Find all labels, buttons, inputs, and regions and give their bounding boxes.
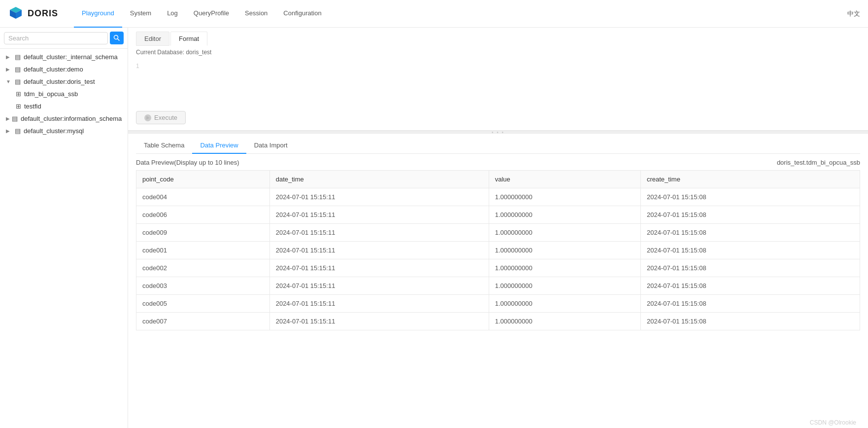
tree-item-label: tdm_bi_opcua_ssb [24, 90, 78, 98]
table-row: code0052024-07-01 15:15:111.000000000202… [136, 295, 860, 313]
table-row: code0012024-07-01 15:15:111.000000000202… [136, 242, 860, 259]
content-area: Editor Format Current Database: doris_te… [128, 28, 868, 428]
search-input[interactable] [4, 32, 108, 44]
tree-item-doris-test[interactable]: ▼ ▤ default_cluster:doris_test [0, 75, 128, 88]
database-icon: ▤ [15, 78, 21, 85]
doris-logo-icon [8, 6, 24, 22]
svg-line-4 [118, 39, 120, 41]
cell-point_code: code007 [136, 313, 270, 330]
execute-play-icon [144, 114, 151, 121]
nav-item-system[interactable]: System [122, 0, 159, 28]
table-row: code0092024-07-01 15:15:111.000000000202… [136, 224, 860, 242]
preview-header: Data Preview(Display up to 10 lines) dor… [136, 154, 860, 170]
col-value: value [489, 171, 640, 188]
tree-item-label: default_cluster:demo [24, 66, 83, 73]
table-header-row: point_code date_time value create_time [136, 171, 860, 188]
table-body: code0042024-07-01 15:15:111.000000000202… [136, 188, 860, 330]
cell-value: 1.000000000 [489, 206, 640, 224]
tab-table-schema[interactable]: Table Schema [136, 138, 192, 154]
section-tabs: Table Schema Data Preview Data Import [136, 134, 860, 154]
preview-title: Data Preview(Display up to 10 lines) [136, 159, 239, 166]
cell-value: 1.000000000 [489, 259, 640, 277]
editor-section: Editor Format Current Database: doris_te… [128, 28, 868, 131]
tree-item-internal-schema[interactable]: ▶ ▤ default_cluster:_internal_schema [0, 51, 128, 63]
tree-item-label: default_cluster:information_schema [21, 115, 122, 122]
cell-point_code: code009 [136, 224, 270, 242]
tree-item-label: testfid [24, 103, 41, 110]
tree-arrow-icon: ▶ [6, 67, 13, 72]
tree-item-label: default_cluster:mysql [24, 127, 84, 135]
cell-value: 1.000000000 [489, 224, 640, 242]
tab-format[interactable]: Format [170, 32, 207, 46]
cell-create_time: 2024-07-01 15:15:08 [640, 295, 860, 313]
editor-body[interactable]: 1 [136, 58, 860, 107]
tree-item-information-schema[interactable]: ▶ ▤ default_cluster:information_schema [0, 112, 128, 125]
tab-data-preview[interactable]: Data Preview [192, 138, 246, 154]
execute-button[interactable]: Execute [136, 111, 186, 124]
table-row: code0022024-07-01 15:15:111.000000000202… [136, 259, 860, 277]
sidebar-tree: ▶ ▤ default_cluster:_internal_schema ▶ ▤… [0, 49, 128, 428]
table-icon: ⊞ [16, 103, 21, 110]
table-row: code0062024-07-01 15:15:111.000000000202… [136, 206, 860, 224]
svg-marker-5 [146, 116, 150, 120]
cell-date_time: 2024-07-01 15:15:11 [269, 295, 489, 313]
sidebar: ▶ ▤ default_cluster:_internal_schema ▶ ▤… [0, 28, 128, 428]
tree-arrow-icon: ▶ [6, 128, 13, 134]
execute-label: Execute [154, 114, 177, 121]
cell-create_time: 2024-07-01 15:15:08 [640, 206, 860, 224]
logo-area: DORIS [8, 6, 58, 22]
sidebar-search-bar [0, 28, 128, 49]
cell-point_code: code001 [136, 242, 270, 259]
col-point-code: point_code [136, 171, 270, 188]
cell-create_time: 2024-07-01 15:15:08 [640, 313, 860, 330]
tree-item-label: default_cluster:doris_test [24, 78, 95, 85]
cell-date_time: 2024-07-01 15:15:11 [269, 313, 489, 330]
data-table: point_code date_time value create_time c… [136, 170, 860, 330]
cell-date_time: 2024-07-01 15:15:11 [269, 206, 489, 224]
cell-date_time: 2024-07-01 15:15:11 [269, 188, 489, 206]
table-icon: ⊞ [16, 90, 21, 98]
current-database-label: Current Database: doris_test [136, 46, 860, 58]
logo-text: DORIS [28, 8, 58, 19]
nav-item-queryprofile[interactable]: QueryProfile [186, 0, 237, 28]
line-number-1: 1 [136, 62, 860, 71]
search-button[interactable] [110, 32, 124, 44]
tree-item-mysql[interactable]: ▶ ▤ default_cluster:mysql [0, 125, 128, 137]
lang-switch[interactable]: 中文 [847, 9, 860, 18]
table-header: point_code date_time value create_time [136, 171, 860, 188]
cell-point_code: code004 [136, 188, 270, 206]
tree-item-demo[interactable]: ▶ ▤ default_cluster:demo [0, 63, 128, 75]
tab-data-import[interactable]: Data Import [246, 138, 296, 154]
tree-item-tdm-bi-opcua-ssb[interactable]: ⊞ tdm_bi_opcua_ssb [0, 88, 128, 100]
cell-value: 1.000000000 [489, 313, 640, 330]
cell-value: 1.000000000 [489, 188, 640, 206]
tab-editor[interactable]: Editor [136, 32, 169, 46]
cell-create_time: 2024-07-01 15:15:08 [640, 188, 860, 206]
nav-item-log[interactable]: Log [159, 0, 186, 28]
cell-point_code: code005 [136, 295, 270, 313]
table-row: code0042024-07-01 15:15:111.000000000202… [136, 188, 860, 206]
cell-value: 1.000000000 [489, 242, 640, 259]
top-navigation: DORIS Playground System Log QueryProfile… [0, 0, 868, 28]
tree-item-testfid[interactable]: ⊞ testfid [0, 100, 128, 112]
nav-item-playground[interactable]: Playground [74, 0, 122, 28]
nav-item-configuration[interactable]: Configuration [275, 0, 329, 28]
editor-tabs: Editor Format [136, 28, 860, 46]
cell-create_time: 2024-07-01 15:15:08 [640, 277, 860, 295]
watermark: CSDN @Olrookie [136, 415, 860, 428]
col-create-time: create_time [640, 171, 860, 188]
cell-point_code: code002 [136, 259, 270, 277]
preview-table-name: doris_test.tdm_bi_opcua_ssb [777, 159, 860, 166]
data-section: Table Schema Data Preview Data Import Da… [128, 134, 868, 428]
database-icon: ▤ [12, 115, 18, 122]
tree-item-label: default_cluster:_internal_schema [24, 53, 118, 61]
execute-bar: Execute [136, 107, 860, 130]
cell-create_time: 2024-07-01 15:15:08 [640, 242, 860, 259]
cell-value: 1.000000000 [489, 277, 640, 295]
tree-arrow-icon: ▶ [6, 116, 10, 121]
nav-item-session[interactable]: Session [237, 0, 275, 28]
cell-value: 1.000000000 [489, 295, 640, 313]
tree-arrow-expanded-icon: ▼ [6, 79, 13, 84]
table-row: code0032024-07-01 15:15:111.000000000202… [136, 277, 860, 295]
cell-point_code: code006 [136, 206, 270, 224]
